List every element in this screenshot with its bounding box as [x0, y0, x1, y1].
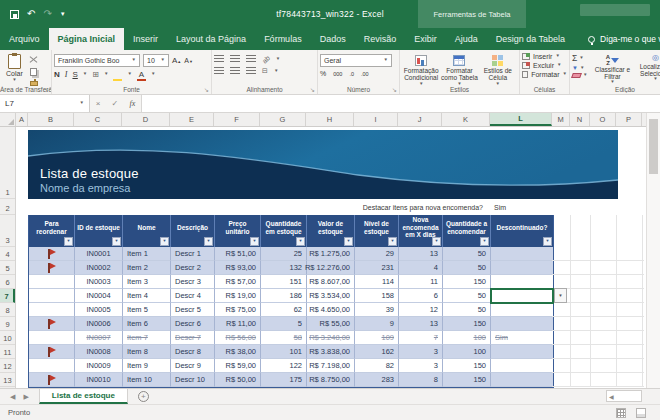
- vertical-scrollbar[interactable]: [646, 113, 660, 388]
- column-header-i[interactable]: I: [354, 113, 398, 126]
- cell-price[interactable]: R$ 57,00: [215, 275, 261, 289]
- cell-desc[interactable]: Descr 7: [171, 331, 215, 345]
- dialog-launcher-icon[interactable]: ↘: [204, 86, 209, 93]
- cell-level[interactable]: 158: [355, 289, 399, 303]
- cancel-icon[interactable]: ×: [96, 99, 101, 108]
- table-column-header[interactable]: Nova encomenda em X dias▼: [399, 215, 443, 247]
- align-left-icon[interactable]: [214, 67, 224, 75]
- sort-filter-button[interactable]: AZ Classificar e Filtrar ▼: [591, 53, 633, 85]
- filter-button[interactable]: ▼: [204, 237, 213, 246]
- cell-qty[interactable]: 5: [261, 317, 307, 331]
- cell-desc[interactable]: Descr 2: [171, 261, 215, 275]
- cell-name[interactable]: Item 6: [123, 317, 171, 331]
- tab-f-rmulas[interactable]: Fórmulas: [255, 28, 311, 50]
- cell-days[interactable]: 3: [399, 359, 443, 373]
- cell-value[interactable]: R$ 7.198,00: [307, 359, 355, 373]
- cell-id[interactable]: IN0009: [75, 359, 123, 373]
- cell-disc[interactable]: [491, 317, 553, 331]
- cell-disc[interactable]: [491, 303, 553, 317]
- cell-value[interactable]: R$ 55,00: [307, 317, 355, 331]
- cell-disc[interactable]: [491, 247, 553, 261]
- cell-price[interactable]: R$ 59,00: [215, 359, 261, 373]
- cell-id[interactable]: IN0008: [75, 345, 123, 359]
- cell-value[interactable]: R$ 8.750,00: [307, 373, 355, 387]
- number-format-select[interactable]: Geral▼: [320, 54, 392, 67]
- scroll-left-icon[interactable]: ◀: [609, 393, 614, 400]
- filter-button[interactable]: ▼: [112, 237, 121, 246]
- row-header-1[interactable]: 1: [0, 127, 15, 199]
- cell-qty[interactable]: 101: [261, 345, 307, 359]
- cell-qty[interactable]: 132: [261, 261, 307, 275]
- column-header-b[interactable]: B: [28, 113, 74, 126]
- row-header-12[interactable]: 12: [0, 359, 15, 373]
- cell-name[interactable]: Item 10: [123, 373, 171, 387]
- cell-order[interactable]: 150: [443, 359, 491, 373]
- align-bottom-icon[interactable]: [246, 55, 256, 63]
- enter-icon[interactable]: ✓: [112, 99, 119, 108]
- align-top-icon[interactable]: [214, 55, 224, 63]
- cell-id[interactable]: IN0001: [75, 247, 123, 261]
- cell-qty[interactable]: 186: [261, 289, 307, 303]
- cell-days[interactable]: 4: [399, 261, 443, 275]
- cell-id[interactable]: IN0004: [75, 289, 123, 303]
- tab-p-gina-inicial[interactable]: Página Inicial: [49, 28, 125, 50]
- cell-price[interactable]: R$ 11,00: [215, 317, 261, 331]
- cell-value[interactable]: R$ 12.276,00: [307, 261, 355, 275]
- fill-button[interactable]: ▼▼: [572, 65, 587, 71]
- cell-disc[interactable]: [491, 359, 553, 373]
- cell-value[interactable]: R$ 8.607,00: [307, 275, 355, 289]
- filter-button[interactable]: ▼: [388, 237, 397, 246]
- cell-flag[interactable]: [29, 373, 75, 387]
- cell-name[interactable]: Item 9: [123, 359, 171, 373]
- cell-disc[interactable]: [491, 275, 553, 289]
- cell-value[interactable]: R$ 1.275,00: [307, 247, 355, 261]
- table-column-header[interactable]: Descrição▼: [171, 215, 215, 247]
- cell-value[interactable]: R$ 3.248,00: [307, 331, 355, 345]
- normal-view-icon[interactable]: [616, 408, 626, 418]
- cell-qty[interactable]: 151: [261, 275, 307, 289]
- dialog-launcher-icon[interactable]: ↘: [44, 86, 49, 93]
- cell-level[interactable]: 29: [355, 247, 399, 261]
- column-header-g[interactable]: G: [260, 113, 306, 126]
- tab-layout-da-p-gina[interactable]: Layout da Página: [167, 28, 255, 50]
- italic-button[interactable]: I: [65, 70, 68, 79]
- insert-function-icon[interactable]: fx: [130, 99, 136, 108]
- cell-flag[interactable]: [29, 275, 75, 289]
- borders-button[interactable]: ⊞: [92, 70, 99, 79]
- cell-order[interactable]: 100: [443, 345, 491, 359]
- conditional-formatting-button[interactable]: Formatação Condicional ▼: [402, 53, 440, 87]
- formula-input[interactable]: [142, 95, 660, 112]
- clear-button[interactable]: ▼: [572, 73, 587, 78]
- filter-button[interactable]: ▼: [160, 237, 169, 246]
- font-color-button[interactable]: A: [137, 70, 146, 79]
- row-header-6[interactable]: 6: [0, 275, 15, 289]
- cell-dropdown-button[interactable]: ▼: [554, 288, 567, 303]
- column-header-h[interactable]: H: [306, 113, 354, 126]
- shrink-font-button[interactable]: A▼: [184, 57, 193, 64]
- tab-revis-o[interactable]: Revisão: [355, 28, 406, 50]
- cell-price[interactable]: R$ 51,00: [215, 247, 261, 261]
- comma-style-button[interactable]: 000: [333, 71, 342, 77]
- tab-dados[interactable]: Dados: [311, 28, 355, 50]
- cell-price[interactable]: R$ 75,00: [215, 303, 261, 317]
- cell-order[interactable]: 100: [443, 331, 491, 345]
- cell-order[interactable]: 50: [443, 247, 491, 261]
- find-select-button[interactable]: ◎ Localizar e Selecionar ▼: [633, 53, 660, 82]
- cell-id[interactable]: IN0005: [75, 303, 123, 317]
- copy-button[interactable]: [27, 67, 41, 76]
- chevron-down-icon[interactable]: ▼: [276, 57, 280, 62]
- cell-desc[interactable]: Descr 10: [171, 373, 215, 387]
- cell-disc[interactable]: Sim: [491, 331, 553, 345]
- cell-flag[interactable]: [29, 247, 75, 261]
- cell-name[interactable]: Item 2: [123, 261, 171, 275]
- row-header-13[interactable]: 13: [0, 373, 15, 387]
- chevron-down-icon[interactable]: ▼: [104, 72, 108, 77]
- cell-days[interactable]: 8: [399, 373, 443, 387]
- row-header-4[interactable]: 4: [0, 247, 15, 261]
- row-header-11[interactable]: 11: [0, 345, 15, 359]
- cell-desc[interactable]: Descr 5: [171, 303, 215, 317]
- table-column-header[interactable]: Descontinuado?▼: [491, 215, 553, 247]
- row-header-7[interactable]: 7: [0, 289, 15, 303]
- filter-button[interactable]: ▼: [432, 237, 441, 246]
- row-header-9[interactable]: 9: [0, 317, 15, 331]
